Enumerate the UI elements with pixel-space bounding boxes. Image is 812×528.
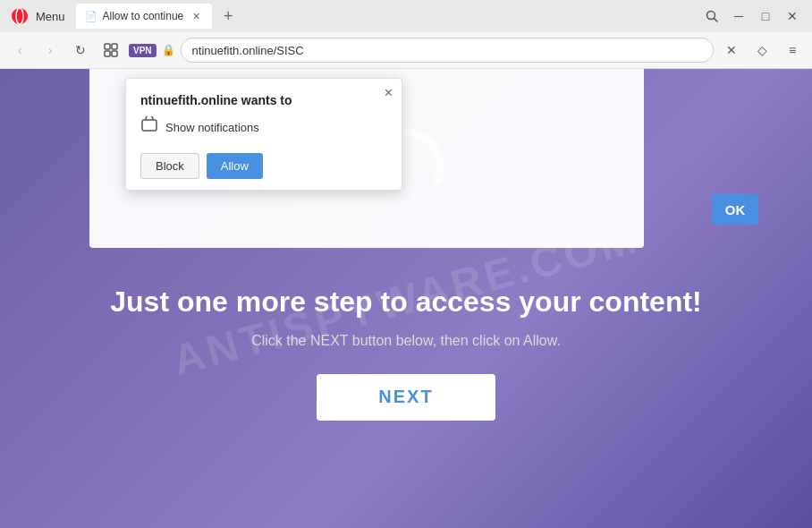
svg-rect-5 <box>112 44 117 49</box>
tab-close-btn[interactable]: ✕ <box>189 9 203 23</box>
new-tab-button[interactable]: + <box>216 4 241 29</box>
forward-button[interactable]: › <box>38 38 63 63</box>
tab-icon: 📄 <box>85 11 97 22</box>
url-text: ntinuefith.online/SISC <box>192 44 304 57</box>
close-button[interactable]: ✕ <box>780 4 805 29</box>
svg-point-0 <box>12 8 28 24</box>
browser-menu-button[interactable]: ≡ <box>780 38 805 63</box>
popup-close-button[interactable]: × <box>385 86 393 100</box>
block-button[interactable]: Block <box>140 153 199 179</box>
subtext: Click the NEXT button below, then click … <box>251 333 561 349</box>
url-field[interactable]: ntinuefith.online/SISC <box>181 38 714 63</box>
address-bar: ‹ › ↻ VPN 🔒 ntinuefith.online/SISC ✕ ◇ ≡ <box>0 32 812 68</box>
notification-popup: × ntinuefith.online wants to Show notifi… <box>125 78 402 191</box>
ok-button[interactable]: OK <box>712 194 758 225</box>
opera-logo[interactable] <box>7 4 32 29</box>
vpn-badge[interactable]: VPN <box>129 44 156 57</box>
headline: Just one more step to access your conten… <box>110 285 702 319</box>
allow-button[interactable]: Allow <box>207 153 263 179</box>
popup-permission: Show notifications <box>140 116 387 139</box>
wallet-button[interactable]: ◇ <box>749 38 774 63</box>
popup-title: ntinuefith.online wants to <box>140 93 387 107</box>
svg-rect-8 <box>142 120 156 131</box>
tab-bar: Menu 📄 Allow to continue ✕ + ─ □ ✕ <box>0 0 812 32</box>
svg-line-3 <box>715 19 718 22</box>
svg-rect-6 <box>105 51 110 56</box>
next-button[interactable]: NEXT <box>317 374 495 421</box>
reload-button[interactable]: ↻ <box>68 38 93 63</box>
page-content: ANTISPYWARE.COM × ntinuefith.online want… <box>0 69 812 528</box>
tab-title: Allow to continue <box>103 10 184 22</box>
notification-icon <box>140 116 158 139</box>
clear-button[interactable]: ✕ <box>719 38 744 63</box>
back-button[interactable]: ‹ <box>7 38 32 63</box>
tabs-button[interactable] <box>98 38 123 63</box>
minimize-button[interactable]: ─ <box>726 4 751 29</box>
maximize-button[interactable]: □ <box>753 4 778 29</box>
svg-rect-7 <box>112 51 117 56</box>
popup-actions: Block Allow <box>140 153 387 179</box>
svg-rect-4 <box>105 44 110 49</box>
window-controls: ─ □ ✕ <box>699 4 805 29</box>
permission-text: Show notifications <box>165 121 259 134</box>
browser-tab[interactable]: 📄 Allow to continue ✕ <box>76 4 213 29</box>
search-button[interactable] <box>699 4 724 29</box>
menu-label[interactable]: Menu <box>36 10 65 23</box>
browser-chrome: Menu 📄 Allow to continue ✕ + ─ □ ✕ ‹ › ↻ <box>0 0 812 69</box>
lock-icon: 🔒 <box>162 44 175 56</box>
